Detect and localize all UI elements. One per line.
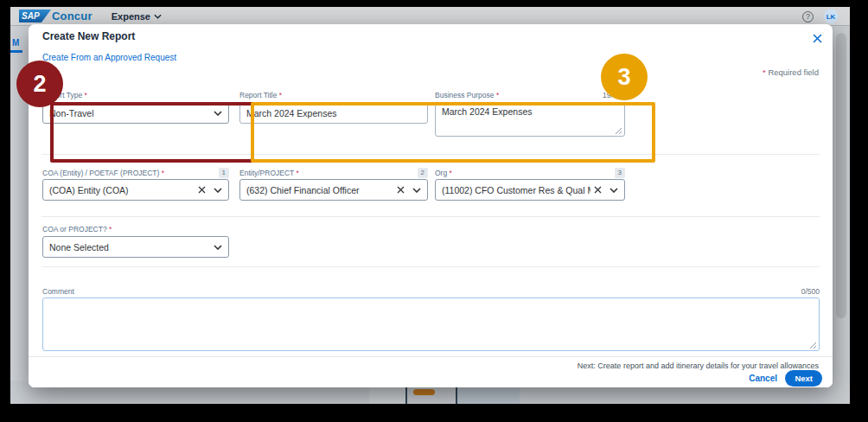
background-partial-tab[interactable]: M (12, 38, 19, 48)
clear-x-icon[interactable] (594, 186, 602, 194)
required-note-text: Required field (768, 67, 819, 77)
coa-or-project-select[interactable]: None Selected (42, 236, 229, 258)
modal-footer: Next: Create report and add itinerary de… (29, 356, 833, 387)
report-title-input[interactable] (239, 102, 428, 124)
section-divider (41, 266, 820, 267)
coa-or-project-label: COA or PROJECT? * (42, 225, 112, 233)
chevron-down-icon (412, 188, 421, 193)
comment-label: Comment (42, 287, 74, 296)
coa-poetaf-value: (COA) Entity (COA) (49, 185, 195, 195)
screenshot-frame: M SAP Concur Expense ? LK (0, 0, 868, 422)
annotation-step-2-circle: 2 (16, 61, 63, 107)
report-title-label-row: Report Title * (239, 91, 428, 99)
coa-or-project-value: None Selected (49, 242, 210, 253)
create-new-report-modal: Create New Report Create From an Approve… (29, 24, 833, 387)
page-scrollbar (833, 26, 850, 404)
concur-logo-text: Concur (52, 10, 93, 22)
report-title-label: Report Title * (239, 91, 282, 99)
scrollbar-thumb[interactable] (836, 33, 846, 318)
business-purpose-textarea[interactable] (435, 102, 625, 137)
entity-project-badge: 2 (418, 168, 428, 178)
report-type-value: Non-Travel (49, 108, 210, 118)
business-purpose-label-row: Business Purpose * 19/500 (435, 91, 625, 99)
chevron-down-icon (214, 111, 222, 116)
clear-x-icon[interactable] (198, 186, 206, 194)
annotation-step-3-circle: 3 (601, 54, 648, 100)
required-asterisk: * (763, 67, 766, 77)
create-from-approved-request-link[interactable]: Create From an Approved Request (42, 53, 176, 62)
sap-logo-icon: SAP (19, 10, 51, 22)
coa-poetaf-label-row: COA (Entity) / POETAF (PROJECT) * 1 (42, 168, 229, 178)
close-icon[interactable] (810, 31, 824, 45)
modal-title: Create New Report (42, 30, 135, 42)
coa-or-project-label-row: COA or PROJECT? * (42, 225, 229, 233)
expense-menu[interactable]: Expense (112, 11, 162, 22)
chevron-down-icon (214, 188, 222, 193)
report-type-label-row: Report Type * (42, 91, 229, 99)
business-purpose-label: Business Purpose * (435, 91, 499, 99)
entity-project-combobox[interactable]: (632) Chief Financial Officer (239, 179, 428, 201)
chevron-down-icon (214, 245, 222, 250)
entity-project-value: (632) Chief Financial Officer (246, 185, 393, 195)
comment-label-row: Comment 0/500 (42, 287, 820, 296)
org-label-row: Org * 3 (435, 168, 625, 178)
section-divider (41, 154, 820, 155)
background-tab-underline (10, 50, 22, 53)
chevron-down-icon (154, 14, 162, 19)
help-icon[interactable]: ? (802, 11, 814, 22)
footer-hint-text: Next: Create report and add itinerary de… (578, 361, 819, 370)
org-badge: 3 (615, 168, 625, 178)
top-bar: SAP Concur Expense ? LK (10, 7, 850, 26)
section-divider (41, 216, 820, 217)
next-button[interactable]: Next (785, 370, 822, 387)
clear-x-icon[interactable] (397, 186, 405, 194)
comment-textarea[interactable] (42, 297, 820, 351)
expense-menu-label: Expense (112, 11, 150, 22)
comment-counter: 0/500 (801, 287, 820, 296)
chevron-down-icon (610, 188, 618, 193)
org-value: (11002) CFO Customer Res & Qual Mgmt (442, 185, 590, 195)
app-viewport: M SAP Concur Expense ? LK (10, 7, 850, 404)
required-field-note: * Required field (763, 67, 819, 77)
org-combobox[interactable]: (11002) CFO Customer Res & Qual Mgmt (435, 179, 625, 201)
entity-project-label-row: Entity/PROJECT * 2 (239, 168, 428, 178)
user-avatar[interactable]: LK (824, 10, 838, 23)
background-orange-dash (413, 389, 435, 395)
cancel-button[interactable]: Cancel (749, 374, 777, 383)
coa-poetaf-label: COA (Entity) / POETAF (PROJECT) * (42, 169, 164, 177)
coa-poetaf-badge: 1 (219, 168, 229, 178)
coa-poetaf-combobox[interactable]: (COA) Entity (COA) (42, 179, 229, 201)
entity-project-label: Entity/PROJECT * (239, 169, 299, 177)
org-label: Org * (435, 169, 452, 177)
report-type-select[interactable]: Non-Travel (42, 102, 229, 124)
